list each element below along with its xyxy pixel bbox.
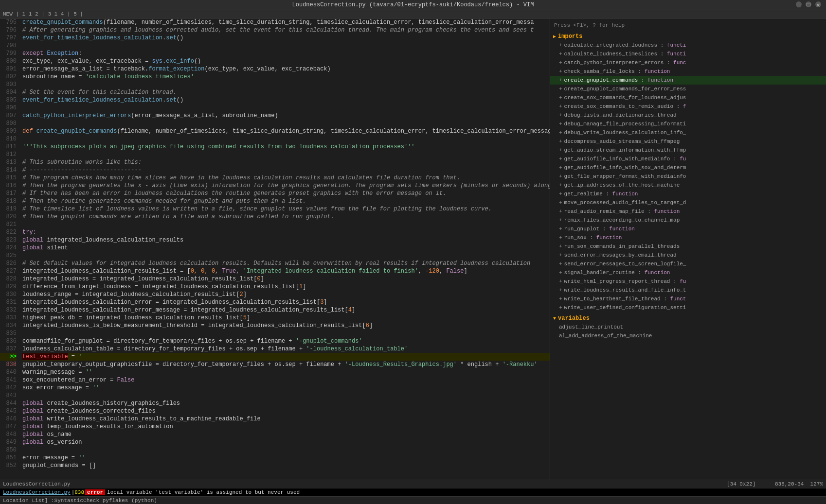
code-line-837: loudness_calculation_table = directory_f… <box>22 345 550 353</box>
sidebar-item-create-gnuplot-commands-for-error[interactable]: +create_gnuplot_commands_for_error_mess <box>550 85 826 93</box>
sidebar-item-get-audiofile-info-sox[interactable]: +get_audiofile_info_with_sox_and_determ <box>550 163 826 172</box>
code-line-851: error_message = '' <box>22 454 550 462</box>
imports-label: imports <box>558 33 582 40</box>
sidebar-item-send-error-messages-email[interactable]: +send_error_messages_by_email_thread <box>550 251 826 260</box>
status-bar: LoudnessCorrection.py [34 0x22] 838,20-3… <box>0 480 826 488</box>
line-num-832: 832 <box>0 306 17 314</box>
line-num-796: 796 <box>0 26 17 34</box>
error-message: local variable 'test_variable' is assign… <box>107 489 300 495</box>
code-line-840: warning_message = '' <box>22 368 550 376</box>
code-line-825 <box>22 252 550 260</box>
vim-toolbar-label: NEW | 1 1 2 | 3 1 4 | 5 | <box>3 11 83 17</box>
line-num-835: 835 <box>0 330 17 337</box>
line-num-849: 849 <box>0 438 17 446</box>
sidebar-item-create-gnuplot-commands[interactable]: +create_gnuplot_commands : function <box>550 76 826 85</box>
sidebar-item-create-sox-commands-for-loudness[interactable]: +create_sox_commands_for_loudness_adjus <box>550 93 826 102</box>
code-line-841: sox_encountered_an_error = False <box>22 376 550 384</box>
sidebar-item-write-user-defined[interactable]: +write_user_defined_configuration_setti <box>550 303 826 312</box>
line-num-803: 803 <box>0 81 17 88</box>
code-line-821 <box>22 221 550 228</box>
sidebar-item-remix-files[interactable]: +remix_files_according_to_channel_map <box>550 216 826 225</box>
sidebar: Press <F1>, ? for help ▶ imports +calcul… <box>550 18 826 480</box>
code-line-814: # -------------------------------- <box>22 166 550 174</box>
imports-header[interactable]: ▶ imports <box>550 32 826 41</box>
line-num-844: 844 <box>0 400 17 407</box>
status-filename: LoudnessCorrection.py <box>3 481 71 487</box>
error-line-num: 838 <box>74 489 84 495</box>
code-line-826: # Set default values for integrated loud… <box>22 260 550 267</box>
maximize-btn[interactable]: □ <box>806 1 811 7</box>
sidebar-item-write-html-progress[interactable]: +write_html_progress_report_thread : fu <box>550 277 826 286</box>
line-num-821: 821 <box>0 221 17 228</box>
line-num-829: 829 <box>0 283 17 291</box>
title-bar: LoudnessCorrection.py (tavara/01-ecryptf… <box>0 0 826 10</box>
code-lines: create_gnuplot_commands(filename, number… <box>20 18 550 480</box>
line-num-831: 831 <box>0 298 17 306</box>
sidebar-item-send-error-messages-screen[interactable]: +send_error_messages_to_screen_logfile_ <box>550 260 826 268</box>
sidebar-item-write-loudness-results[interactable]: +write_loudness_results_and_file_info_t <box>550 286 826 295</box>
line-num-820: 820 <box>0 213 17 221</box>
line-num-816: 816 <box>0 182 17 190</box>
code-line-811: '''This subprocess plots an jpeg graphic… <box>22 143 550 151</box>
code-line-835 <box>22 330 550 337</box>
sidebar-item-get-file-wrapper-format[interactable]: +get_file_wrapper_format_with_mediainfo <box>550 172 826 181</box>
sidebar-item-write-to-heartbeat[interactable]: +write_to_heartbeat_file_thread : funct <box>550 295 826 303</box>
sidebar-item-debug-write-loudness[interactable]: +debug_write_loudness_calculation_info_ <box>550 128 826 137</box>
code-line-804: # Set the event for this calculation thr… <box>22 88 550 96</box>
line-num-848: 848 <box>0 431 17 438</box>
sidebar-item-get-audio-stream-info[interactable]: +get_audio_stream_information_with_ffmp <box>550 146 826 155</box>
code-line-815: # The program checks how many time slice… <box>22 174 550 182</box>
sidebar-item-signal-handler-routine[interactable]: +signal_handler_routine : function <box>550 268 826 277</box>
line-num-850: 850 <box>0 446 17 454</box>
sidebar-item-run-gnuplot[interactable]: +run_gnuplot : function <box>550 225 826 233</box>
line-num-826: 826 <box>0 260 17 267</box>
code-line-845: global create_loudness_corrected_files <box>22 407 550 415</box>
code-line-839: gnuplot_temporary_output_graphicsfile = … <box>22 361 550 368</box>
code-line-812 <box>22 151 550 158</box>
line-num-805: 805 <box>0 96 17 104</box>
code-line-848: global os_name <box>22 431 550 438</box>
code-line-846: global write_loudness_calculation_result… <box>22 415 550 423</box>
sidebar-item-catch-python-interpreter-errors[interactable]: +catch_python_interpreter_errors : func <box>550 58 826 67</box>
sidebar-item-run-sox[interactable]: +run_sox : function <box>550 233 826 242</box>
sidebar-item-move-processed-audio[interactable]: +move_processed_audio_files_to_target_d <box>550 198 826 207</box>
sidebar-item-calculate-loudness-timeslices[interactable]: +calculate_loudness_timeslices : functi <box>550 50 826 58</box>
code-line-808 <box>22 120 550 127</box>
line-num-824: 824 <box>0 244 17 252</box>
code-line-844: global create_loudness_history_graphics_… <box>22 400 550 407</box>
sidebar-item-calculate-integrated-loudness[interactable]: +calculate_integrated_loudness : functi <box>550 41 826 50</box>
line-num-841: 841 <box>0 376 17 384</box>
sidebar-item-debug-lists-and-dictionaries[interactable]: +debug_lists_and_dictionaries_thread <box>550 111 826 120</box>
window-title: LoudnessCorrection.py (tavara/01-ecryptf… <box>292 1 534 8</box>
sidebar-var-al-add-address[interactable]: al_add_address_of_the_machine <box>550 331 826 340</box>
line-num-819: 819 <box>0 205 17 213</box>
sidebar-item-decompress-audio[interactable]: +decompress_audio_streams_with_ffmpeg <box>550 137 826 146</box>
code-line-831: integrated_loudness_calculation_error = … <box>22 298 550 306</box>
line-num-795: 795 <box>0 18 17 26</box>
line-num-815: 815 <box>0 174 17 182</box>
sidebar-item-read-audio-remix-map[interactable]: +read_audio_remix_map_file : function <box>550 207 826 216</box>
line-num-799: 799 <box>0 50 17 57</box>
sidebar-item-run-sox-commands-parallel[interactable]: +run_sox_commands_in_parallel_threads <box>550 242 826 251</box>
window-controls[interactable]: _ □ ✕ <box>796 1 821 7</box>
code-line-798 <box>22 42 550 50</box>
sidebar-var-adjust-line-printout[interactable]: adjust_line_printout <box>550 323 826 331</box>
error-bar: LoudnessCorrection.py|838errorlocal vari… <box>0 488 826 496</box>
variables-header[interactable]: ▼ variables <box>550 314 826 323</box>
line-num-802: 802 <box>0 73 17 81</box>
code-line-820: # Then the gnuplot commands are written … <box>22 213 550 221</box>
sidebar-item-create-sox-commands-to-remix[interactable]: +create_sox_commands_to_remix_audio : f <box>550 102 826 111</box>
sidebar-item-check-samba-file-locks[interactable]: +check_samba_file_locks : function <box>550 67 826 76</box>
minimize-btn[interactable]: _ <box>796 1 802 7</box>
line-num-830: 830 <box>0 291 17 298</box>
line-num-806: 806 <box>0 104 17 112</box>
line-num-846: 846 <box>0 415 17 423</box>
line-num-801: 801 <box>0 65 17 73</box>
sidebar-item-get-audiofile-info-mediainfo[interactable]: +get_audiofile_info_with_mediainfo : fu <box>550 155 826 163</box>
sidebar-item-get-ip-addresses[interactable]: +get_ip_addresses_of_the_host_machine <box>550 181 826 190</box>
line-num-838: >> 838 <box>0 353 17 361</box>
sidebar-item-debug-manage-file-processing[interactable]: +debug_manage_file_processing_informati <box>550 120 826 128</box>
sidebar-item-get-realtime[interactable]: +get_realtime : function <box>550 190 826 198</box>
line-num-833: 833 <box>0 314 17 322</box>
close-btn[interactable]: ✕ <box>815 1 821 7</box>
